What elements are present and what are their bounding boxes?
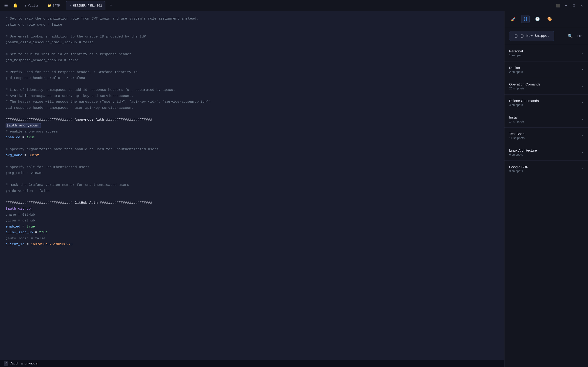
code-line: # specify organization name that should … — [6, 146, 499, 152]
code-line: # Available namespaces are user, api-key… — [6, 93, 499, 99]
code-editor[interactable]: # Set to skip the organization role from… — [0, 11, 504, 360]
close-button[interactable]: ✕ — [578, 2, 585, 9]
layout-button[interactable]: ⬛ — [555, 2, 562, 9]
code-line: # Use email lookup in addition to the un… — [6, 34, 499, 40]
search-prefix: / — [4, 361, 8, 366]
code-line — [6, 63, 499, 69]
right-sidebar: 🚀 {} 🕐 🎨 {} {} New Snippet 🔍 ⊟▾ Personal… — [504, 11, 588, 367]
code-line: allow_sign_up = true — [6, 230, 499, 236]
tab-sftp[interactable]: 📁 SFTP — [44, 1, 63, 10]
clock-icon[interactable]: 🕐 — [533, 15, 542, 23]
new-snippet-label: {} New Snippet — [520, 34, 549, 38]
snippet-item-google-bbr[interactable]: Google BBR 3 snippets › — [504, 161, 588, 177]
snippet-item-linux-architecture[interactable]: Linux Architecture 6 snippets › — [504, 144, 588, 161]
snippet-item-left: Install 14 snippets — [509, 115, 525, 123]
chevron-right-icon: › — [581, 101, 583, 105]
sidebar-toolbar: 🚀 {} 🕐 🎨 — [504, 11, 588, 27]
code-line: # mask the Grafana version number for un… — [6, 182, 499, 188]
sftp-icon: 📁 — [48, 4, 51, 8]
new-snippet-button[interactable]: {} {} New Snippet — [509, 31, 554, 41]
code-line: org_name = Guest — [6, 152, 499, 158]
search-query: /auth.anonymous — [10, 362, 37, 365]
titlebar: ☰ 🔔 ⚓ Vaults 📁 SFTP ✕ HETZNER-FSN1-002 +… — [0, 0, 588, 11]
minimize-button[interactable]: ─ — [562, 2, 569, 9]
snippet-item-left: Personal 1 snippet — [509, 49, 523, 57]
snippet-item-left: Operation Comands 20 snippets — [509, 82, 540, 90]
snippet-count: 1 snippet — [509, 54, 523, 57]
new-snippet-icon: {} — [514, 34, 518, 38]
chevron-right-icon: › — [581, 167, 583, 171]
palette-icon[interactable]: 🎨 — [545, 15, 554, 23]
rocket-icon[interactable]: 🚀 — [509, 15, 517, 23]
tab-sftp-label: SFTP — [53, 4, 60, 8]
snippet-item-rclone-commands[interactable]: Rclone Commands 4 snippets › — [504, 95, 588, 111]
snippet-name: Operation Comands — [509, 82, 540, 86]
tab-hetzner[interactable]: ✕ HETZNER-FSN1-002 — [66, 1, 105, 10]
hetzner-close-icon[interactable]: ✕ — [70, 4, 72, 7]
code-line: ;oauth_allow_insecure_email_lookup = fal… — [6, 40, 499, 46]
code-line: # specify role for unauthenticated users — [6, 164, 499, 170]
code-snippets-icon[interactable]: {} — [521, 15, 530, 23]
code-line: # Set to skip the organization role from… — [6, 16, 499, 22]
code-line: # Prefix used for the id response header… — [6, 69, 499, 75]
code-line: ;icon = github — [6, 218, 499, 224]
search-input[interactable]: /auth.anonymous — [10, 362, 500, 365]
code-line — [6, 111, 499, 117]
code-line — [6, 176, 499, 182]
chevron-right-icon: › — [581, 51, 583, 55]
sidebar-view-icon[interactable]: ⊟▾ — [576, 32, 583, 40]
snippet-item-left: Docker 2 snippets — [509, 66, 523, 74]
snippet-item-left: Linux Architecture 6 snippets — [509, 148, 537, 156]
code-line: [auth.anonymous] — [6, 123, 499, 129]
snippet-name: Test Bash — [509, 132, 525, 136]
code-line: ;id_response_header_namespaces = user ap… — [6, 105, 499, 111]
code-line — [6, 194, 499, 200]
snippet-name: Rclone Commands — [509, 99, 539, 103]
code-line — [6, 81, 499, 87]
code-line: # enable anonymous access — [6, 129, 499, 135]
code-line: ;id_response_header_enabled = false — [6, 58, 499, 64]
chevron-right-icon: › — [581, 68, 583, 72]
snippet-item-personal[interactable]: Personal 1 snippet › — [504, 45, 588, 61]
window-controls: ⬛ ─ □ ✕ — [555, 2, 585, 9]
code-line: client_id = 1b37d93a875edb138273 — [6, 242, 499, 248]
snippet-name: Docker — [509, 66, 523, 70]
code-line — [6, 141, 499, 147]
snippet-count: 14 snippets — [509, 120, 525, 123]
menu-icon[interactable]: ☰ — [3, 2, 9, 9]
snippet-name: Linux Architecture — [509, 148, 537, 152]
code-line: ;auto_login = false — [6, 236, 499, 242]
code-line: enabled = true — [6, 135, 499, 141]
snippet-item-left: Test Bash 11 snippets — [509, 132, 525, 140]
tab-vaults[interactable]: ⚓ Vaults — [21, 1, 42, 10]
snippet-count: 3 snippets — [509, 169, 528, 173]
search-bar[interactable]: / /auth.anonymous — [0, 360, 504, 367]
chevron-right-icon: › — [581, 134, 583, 138]
code-line: ;skip_org_role_sync = false — [6, 22, 499, 28]
snippet-list: Personal 1 snippet › Docker 2 snippets ›… — [504, 45, 588, 367]
sidebar-search-icon[interactable]: 🔍 — [566, 32, 574, 40]
snippet-count: 4 snippets — [509, 103, 539, 107]
code-line: ;name = GitHub — [6, 212, 499, 218]
chevron-right-icon: › — [581, 117, 583, 121]
snippet-item-left: Rclone Commands 4 snippets — [509, 99, 539, 107]
snippet-name: Google BBR — [509, 165, 528, 169]
snippet-count: 6 snippets — [509, 153, 537, 156]
new-snippet-area: {} {} New Snippet 🔍 ⊟▾ — [504, 27, 588, 45]
tab-hetzner-label: HETZNER-FSN1-002 — [73, 4, 102, 8]
add-tab-button[interactable]: + — [108, 2, 114, 9]
code-line: enabled = true — [6, 224, 499, 230]
code-line — [6, 46, 499, 52]
code-line — [6, 158, 499, 164]
snippet-count: 2 snippets — [509, 70, 523, 74]
snippet-item-left: Google BBR 3 snippets — [509, 165, 528, 173]
bell-icon[interactable]: 🔔 — [12, 2, 19, 9]
snippet-name: Install — [509, 115, 525, 119]
snippet-item-operation-comands[interactable]: Operation Comands 20 snippets › — [504, 78, 588, 95]
snippet-item-install[interactable]: Install 14 snippets › — [504, 111, 588, 128]
snippet-item-docker[interactable]: Docker 2 snippets › — [504, 61, 588, 78]
snippet-count: 11 snippets — [509, 136, 525, 140]
chevron-right-icon: › — [581, 150, 583, 154]
snippet-item-test-bash[interactable]: Test Bash 11 snippets › — [504, 128, 588, 144]
maximize-button[interactable]: □ — [570, 2, 577, 9]
